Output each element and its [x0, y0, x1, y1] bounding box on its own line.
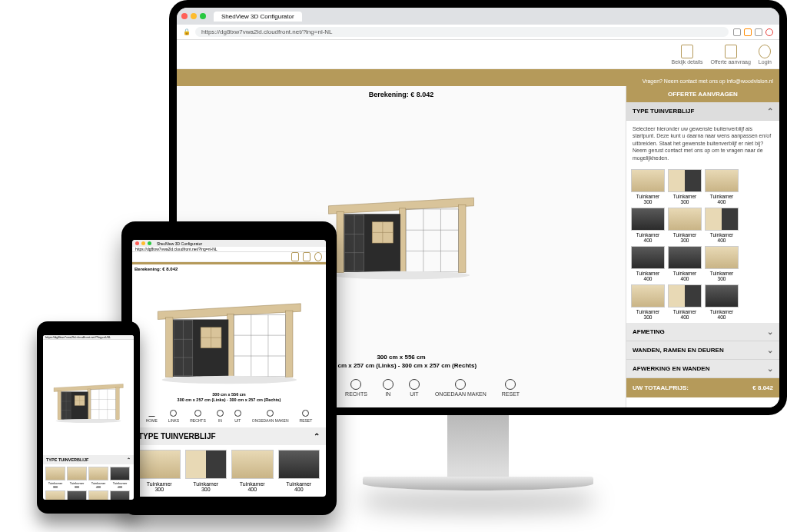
rotate-right-button[interactable]: RECHTS [345, 379, 367, 397]
type-description: Selecteer hieronder uw gewenste buitenve… [626, 121, 779, 166]
product-card[interactable]: Tuinkamer300 [631, 284, 665, 320]
login-button[interactable]: Login [759, 45, 772, 65]
price-display: Berekening: € 8.042 [364, 86, 439, 103]
product-card[interactable]: Tuinkamer400 [88, 490, 108, 500]
product-grid: Tuinkamer300 Tuinkamer300 Tuinkamer400 T… [626, 166, 779, 323]
dimensions-label: 300 cm x 556 cm 300 cm x 257 cm (Links) … [323, 350, 480, 373]
product-card[interactable]: Tuinkamer300 [67, 490, 87, 500]
rotate-right-icon [350, 379, 361, 390]
url-input[interactable]: https://dg8txw7vwa2ld.cloudfront.net/?ln… [195, 27, 729, 37]
extension-icon[interactable] [733, 28, 741, 36]
plus-icon [383, 379, 394, 390]
quote-button[interactable] [303, 252, 310, 261]
reset-icon [505, 379, 516, 390]
product-card[interactable]: Tuinkamer300 [67, 467, 87, 489]
reset-button[interactable]: RESET [300, 410, 313, 423]
reset-button[interactable]: RESET [502, 379, 520, 397]
details-button[interactable] [291, 252, 299, 261]
phone-device: https://dg8txw7vwa2ld.cloudfront.net/?ln… [37, 321, 140, 514]
product-card[interactable]: Tuinkamer400 [631, 246, 665, 281]
product-card[interactable]: Tuinkamer400 [705, 284, 739, 320]
product-card[interactable]: Tuinkamer400 [278, 450, 320, 492]
config-panel: OFFERTE AANVRAGEN TYPE TUINVERBLIJF⌃ Sel… [626, 86, 779, 407]
accordion-wanden[interactable]: WANDEN, RAMEN EN DEUREN⌄ [626, 341, 779, 360]
product-card[interactable]: Tuinkamer400 [705, 208, 739, 243]
product-card[interactable]: Tuinkamer400 [668, 284, 702, 320]
extension-icon[interactable] [765, 28, 773, 36]
phone-canvas[interactable] [43, 340, 134, 455]
product-card[interactable]: Tuinkamer400 [668, 246, 702, 281]
brand-strip [177, 69, 779, 75]
product-card[interactable]: Tuinkamer300 [631, 169, 665, 204]
tablet-accordion-type[interactable]: TYPE TUINVERBLIJF⌃ [132, 427, 326, 445]
minus-icon [409, 379, 420, 390]
tablet-product-grid: Tuinkamer300 Tuinkamer300 Tuinkamer400 T… [132, 445, 326, 497]
chevron-up-icon: ⌃ [127, 457, 131, 462]
undo-button[interactable]: ONGEDAAN MAKEN [435, 379, 486, 397]
phone-accordion-type[interactable]: TYPE TUINVERBLIJF⌃ [43, 455, 134, 464]
product-card[interactable]: Tuinkamer400 [631, 208, 665, 243]
zoom-out-button[interactable]: UIT [234, 410, 241, 423]
phone-product-grid: Tuinkamer300 Tuinkamer300 Tuinkamer400 T… [43, 464, 134, 500]
chevron-down-icon: ⌄ [767, 346, 773, 354]
product-card[interactable]: Tuinkamer300 [668, 169, 702, 204]
browser-tab[interactable]: ShedView 3D Configurator [214, 12, 302, 22]
undo-icon [455, 379, 466, 390]
help-bar: Vragen? Neem contact met ons op info@woo… [177, 75, 779, 86]
browser-url-bar: 🔒 https://dg8txw7vwa2ld.cloudfront.net/?… [177, 25, 779, 40]
product-card[interactable]: Tuinkamer400 [88, 467, 108, 489]
tablet-price: Berekening: € 8.042 [132, 264, 326, 274]
chevron-down-icon: ⌄ [767, 328, 773, 336]
tablet-device: ShedView 3D Configurator https://dg8txw7… [121, 221, 337, 515]
quote-button[interactable]: Offerte aanvraag [710, 45, 750, 65]
zoom-out-button[interactable]: UIT [409, 379, 420, 397]
accordion-afmeting[interactable]: AFMETING⌄ [626, 323, 779, 341]
accordion-type[interactable]: TYPE TUINVERBLIJF⌃ [626, 102, 779, 121]
undo-button[interactable]: ONGEDAAN MAKEN [252, 410, 289, 423]
product-card[interactable]: Tuinkamer400 [231, 450, 274, 492]
product-card[interactable]: Tuinkamer300 [45, 490, 65, 500]
window-minimize-icon[interactable] [191, 13, 197, 19]
document-icon [725, 45, 737, 58]
extension-icon[interactable] [744, 28, 752, 36]
tablet-app-header [132, 252, 326, 262]
document-icon [681, 45, 693, 58]
accordion-afwerking[interactable]: AFWERKING EN WANDEN⌄ [626, 360, 779, 378]
product-card[interactable]: Tuinkamer300 [705, 246, 739, 281]
product-card[interactable]: Tuinkamer300 [45, 467, 65, 489]
window-maximize-icon[interactable] [200, 13, 206, 19]
tablet-canvas[interactable] [132, 274, 326, 389]
tablet-dimensions: 300 cm x 556 cm 300 cm x 257 cm (Links) … [132, 389, 326, 407]
product-card[interactable]: Tuinkamer400 [705, 169, 739, 204]
rotate-left-button[interactable]: LINKS [168, 410, 179, 423]
home-button[interactable]: HOME [146, 410, 158, 423]
request-quote-button[interactable]: OFFERTE AANVRAGEN [626, 86, 779, 102]
product-card[interactable]: Tuinkamer300 [138, 450, 181, 492]
product-card[interactable]: Tuinkamer400 [110, 490, 130, 500]
extension-icon[interactable] [755, 28, 762, 36]
chevron-down-icon: ⌄ [767, 364, 773, 373]
lock-icon: 🔒 [183, 28, 191, 35]
product-card[interactable]: Tuinkamer300 [668, 208, 702, 243]
tablet-browser-chrome: ShedView 3D Configurator [132, 240, 326, 247]
zoom-in-button[interactable]: IN [383, 379, 394, 397]
window-close-icon[interactable] [181, 13, 188, 19]
product-card[interactable]: Tuinkamer400 [110, 467, 130, 489]
tablet-toolbar: HOME LINKS RECHTS IN UIT ONGEDAAN MAKEN … [132, 407, 326, 427]
chevron-up-icon: ⌃ [314, 432, 320, 441]
login-button[interactable] [314, 252, 322, 261]
product-card[interactable]: Tuinkamer300 [185, 450, 227, 492]
browser-tabs: ShedView 3D Configurator [177, 8, 779, 25]
app-header: Bekijk details Offerte aanvraag Login [177, 40, 779, 69]
total-price: UW TOTAALPRIJS:€ 8.042 [626, 378, 779, 397]
rotate-right-button[interactable]: RECHTS [190, 410, 206, 423]
tablet-url-bar[interactable]: https://dg8txw7vwa2ld.cloudfront.net/?ln… [132, 247, 326, 252]
zoom-in-button[interactable]: IN [217, 410, 224, 423]
chevron-up-icon: ⌃ [767, 107, 773, 115]
person-icon [759, 45, 771, 58]
details-button[interactable]: Bekijk details [672, 45, 703, 65]
